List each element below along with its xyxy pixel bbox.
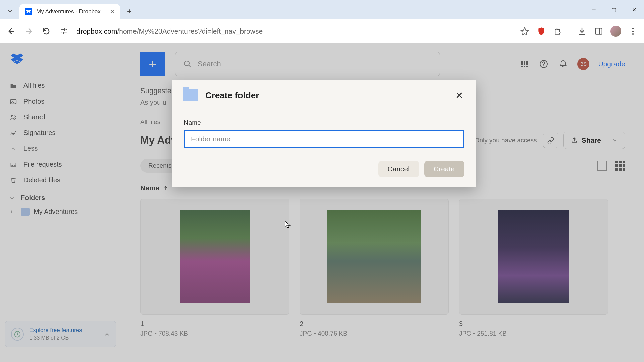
modal-header: Create folder ✕ bbox=[172, 80, 476, 110]
close-window-button[interactable]: ✕ bbox=[624, 0, 644, 19]
modal-title: Create folder bbox=[205, 90, 259, 101]
tab-strip: My Adventures - Dropbox ✕ + bbox=[0, 0, 644, 19]
chrome-menu-button[interactable] bbox=[628, 26, 638, 36]
maximize-button[interactable]: ▢ bbox=[604, 0, 624, 19]
name-field-label: Name bbox=[184, 119, 464, 126]
reload-button[interactable] bbox=[41, 26, 52, 37]
extension-ublock[interactable] bbox=[536, 26, 546, 36]
arrow-right-icon bbox=[25, 27, 33, 35]
create-button[interactable]: Create bbox=[424, 161, 464, 177]
dropbox-favicon bbox=[25, 8, 32, 15]
minimize-button[interactable]: ─ bbox=[584, 0, 604, 19]
separator bbox=[570, 26, 570, 36]
chevron-down-icon bbox=[7, 8, 13, 14]
new-tab-button[interactable]: + bbox=[123, 5, 136, 18]
url-domain: dropbox.com bbox=[76, 27, 117, 35]
svg-rect-0 bbox=[595, 28, 602, 34]
dropbox-icon bbox=[26, 10, 31, 14]
panel-icon bbox=[594, 27, 603, 36]
download-icon bbox=[578, 27, 586, 36]
address-bar: dropbox.com/home/My%20Adventures?di=left… bbox=[0, 19, 644, 43]
url-field[interactable]: dropbox.com/home/My%20Adventures?di=left… bbox=[76, 27, 513, 35]
window-controls: ─ ▢ ✕ bbox=[584, 0, 644, 19]
browser-tab[interactable]: My Adventures - Dropbox ✕ bbox=[19, 4, 120, 19]
site-settings-button[interactable] bbox=[58, 25, 70, 37]
star-icon bbox=[520, 27, 529, 36]
browser-chrome: My Adventures - Dropbox ✕ + ─ ▢ ✕ dropbo… bbox=[0, 0, 644, 43]
svg-point-2 bbox=[632, 30, 634, 32]
profile-avatar[interactable] bbox=[610, 26, 621, 37]
modal-actions: Cancel Create bbox=[172, 152, 476, 187]
tab-close-button[interactable]: ✕ bbox=[110, 8, 115, 15]
modal-body: Name bbox=[172, 110, 476, 152]
create-folder-modal: Create folder ✕ Name Cancel Create bbox=[172, 80, 476, 187]
tune-icon bbox=[60, 27, 68, 35]
kebab-icon bbox=[632, 27, 634, 35]
shield-icon bbox=[537, 27, 546, 36]
modal-close-button[interactable]: ✕ bbox=[453, 89, 465, 101]
sidepanel-button[interactable] bbox=[594, 26, 604, 36]
cancel-button[interactable]: Cancel bbox=[378, 161, 419, 177]
folder-name-input[interactable] bbox=[184, 130, 464, 148]
folder-icon bbox=[183, 89, 198, 101]
toolbar-icons bbox=[520, 26, 638, 37]
back-button[interactable] bbox=[6, 26, 17, 37]
reload-icon bbox=[42, 27, 50, 35]
url-path: /home/My%20Adventures?di=left_nav_browse bbox=[117, 27, 263, 35]
tab-search-dropdown[interactable] bbox=[3, 5, 17, 18]
forward-button[interactable] bbox=[23, 26, 34, 37]
extensions-button[interactable] bbox=[553, 26, 563, 36]
bookmark-button[interactable] bbox=[520, 26, 530, 36]
svg-point-1 bbox=[632, 27, 634, 29]
tab-title: My Adventures - Dropbox bbox=[36, 8, 106, 15]
arrow-left-icon bbox=[7, 27, 15, 35]
svg-point-3 bbox=[632, 33, 634, 34]
downloads-button[interactable] bbox=[577, 26, 587, 36]
puzzle-icon bbox=[554, 27, 562, 36]
